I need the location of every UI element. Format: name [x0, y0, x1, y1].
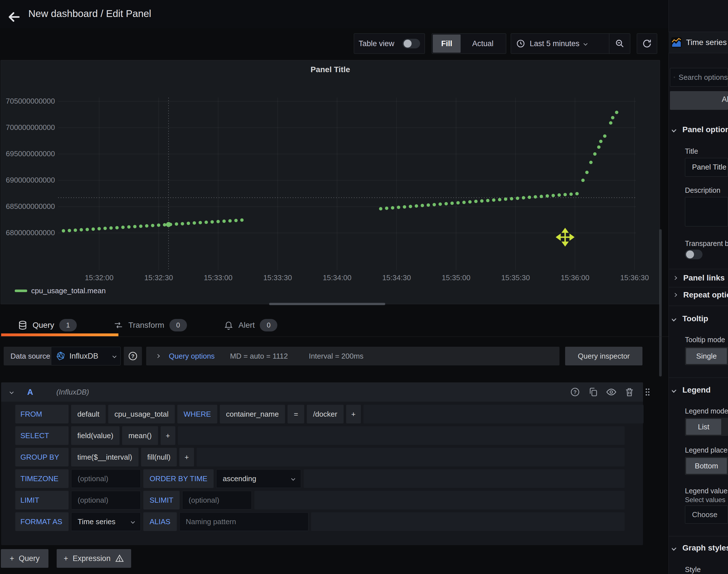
transparent-bg-toggle[interactable]	[685, 250, 702, 259]
keyword-group-by[interactable]: GROUP BY	[15, 448, 69, 466]
add-expression-button[interactable]: + Expression	[56, 549, 131, 568]
toggle-query-visibility-button[interactable]	[606, 386, 617, 398]
chip--optional-[interactable]: (optional)	[71, 469, 141, 488]
legend-item[interactable]: cpu_usage_total.mean	[15, 286, 106, 295]
time-range-button[interactable]: Last 5 minutes	[511, 34, 609, 53]
tab-query[interactable]: Query 1	[18, 314, 77, 336]
section-panel-options[interactable]: Panel options	[672, 125, 728, 134]
section-legend[interactable]: Legend	[672, 385, 728, 395]
chip--[interactable]: +	[179, 448, 194, 466]
chip-time-interval-[interactable]: time($__interval)	[71, 448, 139, 466]
drag-handle[interactable]	[642, 386, 653, 398]
panel-title-value: Panel Title	[692, 163, 728, 171]
y-tick-label: 690000000000	[1, 176, 55, 184]
chip--optional-[interactable]: (optional)	[182, 491, 252, 509]
section-tooltip[interactable]: Tooltip	[672, 314, 728, 323]
query-rows: FROMdefaultcpu_usage_totalWHEREcontainer…	[15, 405, 644, 534]
panel-links-label: Panel links	[683, 274, 725, 283]
panel-resize-handle[interactable]	[269, 303, 385, 305]
legend-mode-list[interactable]: List	[686, 419, 721, 435]
search-options-input[interactable]: Search options	[670, 68, 728, 87]
section-graph-styles[interactable]: Graph styles	[672, 543, 728, 552]
keyword-order-by-time[interactable]: ORDER BY TIME	[143, 469, 214, 488]
keyword-limit[interactable]: LIMIT	[15, 491, 69, 509]
collapse-chevron-icon[interactable]	[10, 390, 13, 394]
chevron-down-icon	[672, 545, 677, 550]
datasource-row: Data source InfluxDB ? Query options MD …	[0, 347, 668, 365]
database-icon	[18, 320, 28, 330]
tab-alert[interactable]: Alert 0	[224, 314, 278, 336]
add-query-button[interactable]: + Query	[1, 549, 48, 568]
help-icon: ?	[128, 351, 138, 361]
y-tick-label: 700000000000	[1, 123, 55, 132]
legend-values-select[interactable]: Choose	[685, 505, 728, 524]
divider	[668, 536, 728, 536]
chip-ascending[interactable]: ascending	[216, 469, 301, 488]
section-title: Legend	[682, 385, 711, 395]
fill-button[interactable]: Fill	[433, 35, 461, 53]
search-placeholder: Search options	[679, 73, 728, 82]
section-repeat-options[interactable]: Repeat options	[674, 290, 728, 299]
chip-default[interactable]: default	[71, 405, 106, 423]
table-view-toggle[interactable]	[403, 39, 420, 48]
keyword-select[interactable]: SELECT	[15, 426, 69, 445]
keyword-timezone[interactable]: TIMEZONE	[15, 469, 69, 488]
keyword-format-as[interactable]: FORMAT AS	[15, 512, 69, 531]
chip-fill-null-[interactable]: fill(null)	[141, 448, 177, 466]
description-textarea[interactable]	[685, 197, 728, 227]
y-tick-label: 685000000000	[1, 202, 55, 211]
chip--[interactable]: =	[288, 405, 304, 423]
panel-title-input[interactable]: Panel Title	[685, 158, 728, 177]
chip-mean-[interactable]: mean()	[122, 426, 158, 445]
section-panel-links[interactable]: Panel links	[674, 274, 728, 283]
chip-naming-pattern[interactable]: Naming pattern	[179, 512, 308, 531]
chart-panel	[1, 60, 660, 304]
query-options-link[interactable]: Query options	[169, 352, 215, 361]
back-arrow-icon[interactable]	[6, 9, 22, 25]
style-field-label: Style	[685, 566, 728, 574]
chip--[interactable]: +	[161, 426, 175, 445]
tab-alert-label: Alert	[238, 321, 255, 330]
keyword-slimit[interactable]: SLIMIT	[143, 491, 180, 509]
timeseries-viz-icon	[671, 37, 682, 48]
query-datasource-hint: (InfluxDB)	[56, 388, 89, 397]
filter-all-label: All	[722, 95, 728, 104]
chip--docker[interactable]: /docker	[307, 405, 343, 423]
tab-transform[interactable]: Transform 0	[114, 314, 187, 336]
select-values-sublabel: Select values	[685, 496, 728, 504]
actual-button[interactable]: Actual	[461, 35, 505, 53]
zoom-out-icon	[615, 39, 625, 48]
legend-values-value: Choose	[692, 510, 728, 519]
chevron-down-icon	[672, 127, 677, 132]
query-options-bar[interactable]: Query options MD = auto = 1112 Interval …	[146, 347, 560, 365]
legend-placement-bottom[interactable]: Bottom	[686, 458, 727, 474]
y-tick-label: 680000000000	[1, 229, 55, 237]
chip-time-series[interactable]: Time series	[71, 512, 141, 531]
refresh-button[interactable]	[637, 33, 657, 54]
duplicate-query-button[interactable]	[587, 386, 599, 398]
chip-container-name[interactable]: container_name	[220, 405, 285, 423]
delete-query-button[interactable]	[624, 386, 635, 398]
datasource-picker[interactable]: InfluxDB	[51, 347, 121, 365]
fill-actual-segmented: Fill Actual	[432, 33, 506, 54]
legend-values-label: Legend values	[685, 487, 728, 495]
query-help-button[interactable]: ?	[569, 386, 581, 398]
max-datapoints-value: MD = auto = 1112	[230, 352, 288, 361]
filter-all-button[interactable]: All	[670, 91, 728, 110]
chevron-right-icon	[156, 354, 160, 358]
transform-icon	[114, 320, 123, 330]
visualization-picker[interactable]: Time series	[668, 32, 728, 53]
chip--optional-[interactable]: (optional)	[71, 491, 141, 509]
chip-cpu-usage-total[interactable]: cpu_usage_total	[108, 405, 175, 423]
query-inspector-button[interactable]: Query inspector	[565, 347, 643, 365]
chip--[interactable]: +	[346, 405, 361, 423]
query-row-header[interactable]: A (InfluxDB)	[1, 382, 643, 402]
zoom-out-button[interactable]	[609, 34, 630, 53]
keyword-where[interactable]: WHERE	[177, 405, 217, 423]
keyword-from[interactable]: FROM	[15, 405, 69, 423]
datasource-help-button[interactable]: ?	[124, 347, 142, 365]
tooltip-mode-single[interactable]: Single	[686, 348, 727, 364]
chip-field-value-[interactable]: field(value)	[71, 426, 119, 445]
keyword-alias[interactable]: ALIAS	[143, 512, 177, 531]
svg-text:?: ?	[131, 354, 135, 359]
